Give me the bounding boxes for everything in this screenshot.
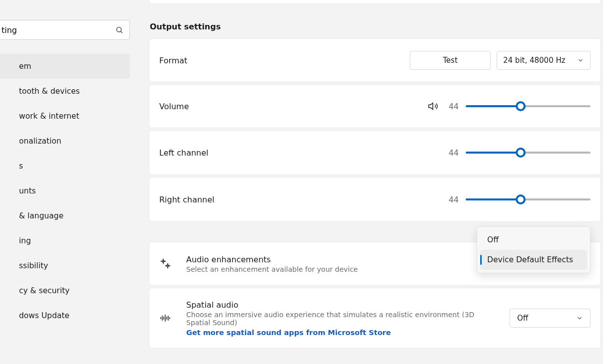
spatial-audio-title: Spatial audio — [186, 300, 496, 310]
left-channel-label: Left channel — [159, 148, 209, 158]
volume-label: Volume — [159, 102, 189, 111]
audio-enhancements-card: Audio enhancements Select an enhancement… — [149, 242, 601, 286]
left-channel-value: 44 — [448, 148, 459, 158]
sidebar-item-accounts[interactable]: unts — [0, 179, 130, 203]
search-input[interactable] — [0, 25, 129, 35]
sidebar-item-personalization[interactable]: onalization — [0, 129, 130, 154]
sidebar: em tooth & devices work & internet onali… — [0, 0, 130, 364]
sidebar-item-apps[interactable]: s — [0, 154, 130, 179]
sidebar-item-network[interactable]: work & internet — [0, 104, 130, 129]
svg-marker-2 — [429, 103, 433, 110]
spatial-audio-store-link[interactable]: Get more spatial sound apps from Microso… — [186, 329, 496, 337]
chevron-down-icon — [576, 315, 583, 322]
dropdown-option-off[interactable]: Off — [480, 230, 587, 250]
right-channel-card: Right channel 44 — [149, 177, 601, 222]
test-button[interactable]: Test — [410, 51, 491, 70]
dropdown-option-device-default[interactable]: Device Default Effects — [480, 250, 587, 270]
sidebar-item-privacy[interactable]: cy & security — [0, 278, 130, 303]
main-content: Output settings Format Test 24 bit, 4800… — [149, 0, 603, 364]
sidebar-item-time-language[interactable]: & language — [0, 203, 130, 228]
spatial-audio-select[interactable]: Off — [510, 309, 591, 328]
right-channel-value: 44 — [448, 195, 459, 204]
sidebar-item-windows-update[interactable]: dows Update — [0, 303, 130, 328]
soundwave-icon — [159, 312, 171, 324]
volume-value: 44 — [448, 102, 459, 111]
spatial-audio-subtitle: Choose an immersive audio experience tha… — [186, 311, 496, 327]
search-input-container[interactable] — [0, 20, 130, 40]
format-card: Format Test 24 bit, 48000 Hz — [149, 38, 601, 82]
sidebar-nav: em tooth & devices work & internet onali… — [0, 54, 130, 328]
audio-enhancements-dropdown[interactable]: Off Device Default Effects — [477, 226, 591, 273]
sidebar-item-system[interactable]: em — [0, 54, 130, 79]
left-channel-slider[interactable] — [466, 148, 591, 158]
sparkle-icon — [159, 258, 171, 270]
format-select[interactable]: 24 bit, 48000 Hz — [497, 51, 591, 70]
speaker-icon[interactable] — [428, 101, 439, 112]
format-value: 24 bit, 48000 Hz — [503, 56, 566, 65]
svg-line-1 — [121, 31, 122, 33]
volume-slider[interactable] — [466, 101, 591, 111]
sidebar-item-accessibility[interactable]: ssibility — [0, 253, 130, 278]
spatial-audio-card: Spatial audio Choose an immersive audio … — [149, 288, 601, 349]
sidebar-item-bluetooth[interactable]: tooth & devices — [0, 79, 130, 104]
audio-enhancements-subtitle: Select an enhancement available for your… — [186, 265, 358, 273]
sidebar-item-gaming[interactable]: ing — [0, 228, 130, 253]
format-label: Format — [159, 56, 187, 65]
right-channel-label: Right channel — [159, 195, 215, 204]
spatial-audio-value: Off — [517, 314, 528, 323]
right-channel-slider[interactable] — [466, 194, 591, 204]
volume-card: Volume 44 — [149, 84, 601, 128]
audio-enhancements-title: Audio enhancements — [186, 255, 358, 264]
chevron-down-icon — [577, 57, 584, 64]
section-title: Output settings — [150, 22, 603, 31]
svg-point-0 — [117, 27, 121, 32]
search-icon — [115, 26, 123, 34]
left-channel-card: Left channel 44 — [149, 130, 601, 175]
card-fragment-top — [149, 0, 601, 4]
